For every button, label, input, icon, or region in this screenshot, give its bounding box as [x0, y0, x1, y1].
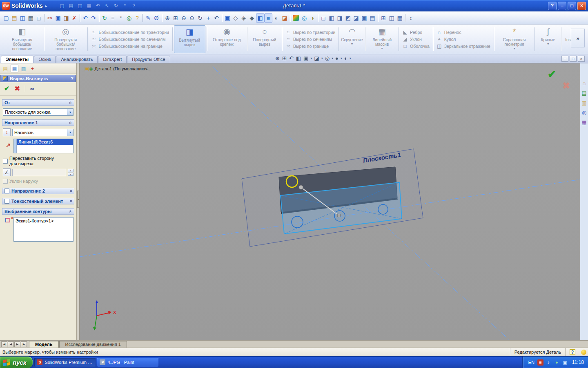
viewport-two[interactable]: ◫ [388, 13, 396, 22]
annotations-icon[interactable]: ◈ [89, 66, 93, 72]
redo[interactable]: ↷ [89, 13, 98, 22]
direction2-checkbox[interactable] [4, 188, 9, 193]
edit-appearance-icon[interactable]: ● [334, 55, 339, 61]
display-style-icon[interactable]: ◪ [313, 55, 320, 61]
from-combobox[interactable]: Плоскость для эскиза ▼ [3, 108, 74, 116]
menu-expand-arrow-icon[interactable]: ▸ [45, 4, 47, 8]
hide-show-items-icon[interactable]: ◎ [324, 55, 330, 61]
options[interactable]: * [117, 13, 125, 22]
zoom-area-icon[interactable]: ⊞ [281, 55, 287, 61]
dome-button[interactable]: ◓Купол [437, 36, 490, 42]
web-help[interactable]: ◎ [125, 13, 133, 22]
view-isometric[interactable]: ▤ [368, 13, 376, 22]
selected-reference-item[interactable]: Линия1@Эскиз6 [17, 139, 73, 145]
swept-cut-button[interactable]: ≈Вырез по траектории [285, 29, 335, 35]
help-button[interactable]: ? [548, 2, 557, 10]
undo[interactable]: ↶ [81, 13, 89, 22]
rebuild[interactable]: ↻ [100, 13, 109, 22]
reverse-direction-button[interactable]: ↕ [3, 128, 11, 136]
propertymanager-help-button[interactable]: ? [71, 76, 74, 81]
solidworks-resources-icon[interactable]: ⌂ [581, 80, 588, 86]
tab-evaluate[interactable]: Анализировать [56, 56, 98, 63]
wrap-button[interactable]: ∩Перенос [437, 29, 490, 35]
apply-scene-icon-dropdown[interactable]: ▾ [349, 56, 352, 60]
restore-button[interactable]: □ [568, 2, 576, 10]
toolbar-overflow-button[interactable]: » [571, 29, 585, 47]
delete[interactable]: ✗ [70, 13, 78, 22]
help[interactable]: ? [133, 13, 141, 22]
view-left[interactable]: ◨ [336, 13, 344, 22]
curves-button[interactable]: ∫Кривые▾ [536, 25, 560, 53]
hole-wizard-button[interactable]: ◉Отверстие под крепеж [208, 25, 245, 53]
print-document[interactable]: ▦ [27, 13, 35, 22]
shaded-with-edges[interactable]: ◧ [256, 13, 264, 22]
draft-angle-spinner[interactable]: ▴ ▾ [68, 169, 74, 176]
thin-feature-checkbox[interactable] [4, 199, 9, 204]
from-section-header[interactable]: От « [2, 99, 74, 106]
dimxpertmanager-tab[interactable]: + [29, 65, 36, 72]
tab-dimxpert[interactable]: DimXpert [98, 56, 127, 63]
view-settings[interactable]: ◑ [308, 13, 316, 22]
design-library-icon[interactable]: ▤ [581, 90, 588, 96]
thin-feature-section-header[interactable]: Тонкостенный элемент « [2, 198, 74, 204]
print-icon[interactable]: ▦ [85, 2, 93, 10]
featuremanager-tab[interactable]: ▤ [2, 65, 9, 72]
open-icon[interactable]: ▤ [67, 2, 75, 10]
boundary-boss-button[interactable]: ≍Бобышка/основание на границе [91, 43, 169, 49]
draft-angle-field[interactable] [12, 169, 66, 176]
direction1-section-header[interactable]: Направление 1 « [2, 119, 74, 126]
previous-view-icon[interactable]: ↶ [288, 55, 294, 61]
next-tab-button[interactable]: ▶ [14, 341, 20, 347]
confirmation-ok-icon[interactable]: ✔ [548, 68, 556, 80]
cut[interactable]: ✂ [46, 13, 54, 22]
mirror-button[interactable]: ◫Зеркальное отражение [437, 43, 490, 49]
view-orientation-icon-dropdown[interactable]: ▾ [310, 56, 312, 60]
view-front[interactable]: ◻ [319, 13, 327, 22]
part-icon[interactable]: ▣ [85, 66, 89, 72]
curves-button-dropdown[interactable]: ▾ [547, 42, 549, 46]
close-button[interactable]: × [577, 2, 586, 10]
tray-app-icon[interactable]: ■ [537, 359, 543, 366]
view-bottom[interactable]: ▣ [360, 13, 368, 22]
direction2-section-header[interactable]: Направление 2 « [2, 188, 74, 194]
zoom-to-selection[interactable]: ⊙ [188, 13, 196, 22]
viewport-single[interactable]: ⊞ [379, 13, 388, 22]
reference-geometry-button-dropdown[interactable]: ▾ [513, 47, 515, 50]
taskbar-button-paint[interactable]: P4.JPG - Paint [97, 358, 158, 367]
tray-shield-icon[interactable]: ● [554, 359, 560, 366]
options-icon[interactable]: * [121, 2, 129, 10]
flip-side-checkbox[interactable] [3, 159, 8, 164]
propertymanager-tab[interactable]: ▦ [11, 65, 18, 72]
undo-icon[interactable]: ↶ [94, 2, 102, 10]
tab-features[interactable]: Элементы [1, 56, 33, 63]
viewport-four[interactable]: ▦ [396, 13, 404, 22]
save-icon[interactable]: ◫ [76, 2, 84, 10]
doc-restore-button[interactable]: □ [570, 56, 577, 62]
sketch[interactable]: ✎ [144, 13, 152, 22]
tab-motion-study[interactable]: Исследование движения 1 [59, 341, 127, 348]
spinner-down-icon[interactable]: ▾ [68, 173, 74, 176]
paste[interactable]: ◨ [62, 13, 70, 22]
revolved-boss-button[interactable]: ◎Повернутая бобышка/основание [45, 25, 86, 53]
help-icon[interactable]: ? [130, 2, 138, 10]
viewport-canvas[interactable]: Плоскость1 X [80, 63, 580, 340]
revolved-cut-button[interactable]: ○Повернутый вырез [248, 25, 281, 53]
swept-boss-button[interactable]: ≈Бобышка/основание по траектории [91, 29, 169, 35]
draft-button[interactable]: ◢Уклон [402, 36, 430, 42]
hidden-lines-removed[interactable]: ◆ [248, 13, 256, 22]
tray-volume-icon[interactable]: ♪ [546, 359, 552, 366]
tab-office-products[interactable]: Продукты Office [127, 56, 170, 63]
start-button[interactable]: пуск [0, 357, 33, 368]
chevron-down-icon[interactable]: ▼ [67, 109, 73, 115]
apply-scene-icon[interactable]: ◐ [343, 55, 348, 61]
draft-outward-checkbox[interactable] [3, 179, 8, 184]
cancel-button[interactable]: ✖ [14, 85, 20, 92]
selected-contours-listbox[interactable]: Эскиз1-Контур<1> [13, 217, 74, 242]
zoom-fit-icon[interactable]: ⊕ [274, 55, 281, 61]
shadows-in-shaded-mode[interactable]: ◐ [272, 13, 281, 22]
taskbar-button-solidworks[interactable]: SSolidWorks Premium 2... [34, 358, 96, 367]
featuremanager-flyout[interactable]: ▣◈ Деталь1 (По умолчанию<... [85, 66, 151, 72]
detailed-preview-button[interactable]: ∞ [30, 85, 34, 92]
minimize-button[interactable]: – [558, 2, 566, 10]
select-icon[interactable]: ↖ [103, 2, 111, 10]
